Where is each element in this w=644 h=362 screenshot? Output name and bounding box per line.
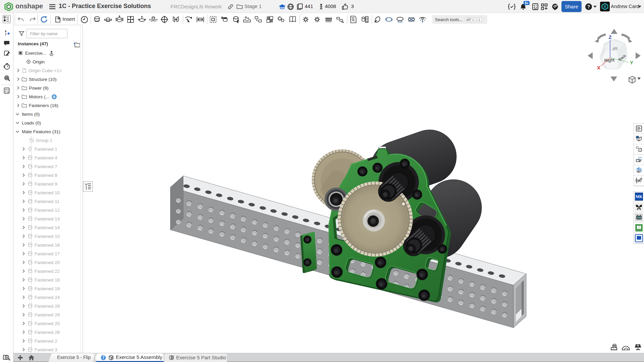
svg-text:Right: Right: [604, 57, 615, 63]
svg-text:Z: Z: [608, 34, 611, 40]
svg-text:X: X: [597, 65, 600, 70]
svg-text:?: ?: [587, 4, 590, 9]
svg-text:Y: Y: [630, 60, 633, 65]
